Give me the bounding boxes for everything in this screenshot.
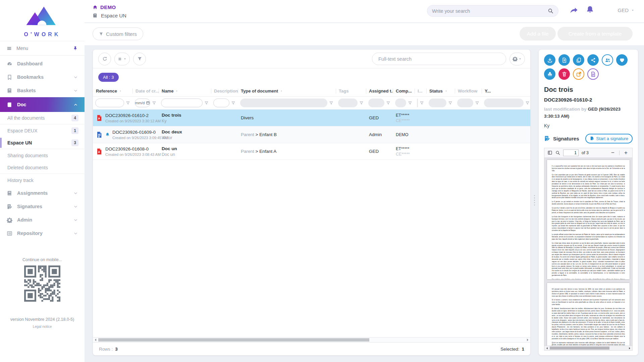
column-header-type-of-document[interactable]: Type of document — [238, 88, 336, 94]
sidebar-item-deleted-documents[interactable]: Deleted documents — [0, 162, 85, 174]
pdf-horizontal-scrollbar[interactable] — [544, 346, 632, 350]
menu-header[interactable]: Menu — [0, 41, 85, 56]
scrollbar-thumb[interactable] — [98, 338, 369, 342]
share-icon[interactable] — [570, 6, 578, 15]
sidebar-item-baskets[interactable]: Baskets — [0, 84, 85, 97]
filter-input-description[interactable] — [213, 99, 229, 107]
breadcrumb-space[interactable]: Espace UN — [93, 13, 126, 18]
columns-button[interactable] — [114, 53, 130, 65]
panel-resize-handle[interactable] — [533, 195, 535, 205]
scroll-right-icon[interactable] — [526, 338, 530, 342]
column-header-reference[interactable]: Reference — [93, 88, 132, 94]
users-button[interactable] — [602, 54, 613, 66]
funnel-outline-icon[interactable] — [475, 101, 479, 105]
page-number-input[interactable] — [563, 149, 579, 156]
document-subtitle: Ky — [544, 123, 633, 128]
sidebar-item-espace-un[interactable]: Espace UN3 — [0, 137, 85, 149]
column-header-y[interactable]: Y... — [482, 88, 530, 94]
sidebar-item-admin[interactable]: Admin — [0, 213, 85, 227]
scroll-left-icon[interactable] — [545, 347, 549, 350]
sidebar-item-doc[interactable]: Doc — [0, 97, 85, 112]
share-nodes-button[interactable] — [587, 54, 599, 66]
search-icon[interactable] — [548, 8, 553, 14]
funnel-outline-icon[interactable] — [126, 101, 130, 105]
column-header-status[interactable]: Status — [426, 88, 455, 94]
document-reference: DOC230926-01610-2 — [544, 97, 633, 103]
column-header-comp[interactable]: Comp... — [393, 88, 415, 94]
column-header-i[interactable]: I... — [415, 88, 426, 94]
sidebar-item-signatures[interactable]: Signatures — [0, 200, 85, 213]
create-from-template-button[interactable]: Create from a template — [557, 27, 633, 41]
stamp-button[interactable] — [544, 68, 555, 80]
sidebar-item-espace-deux[interactable]: Espace DEUX1 — [0, 124, 85, 137]
name-cell: Doc deuxVictor — [159, 129, 211, 140]
sidebar-item-assignments[interactable]: Assignments — [0, 186, 85, 200]
column-header-date-of-cr[interactable]: Date of cr... — [132, 88, 159, 94]
download-button[interactable] — [544, 54, 555, 66]
top-bar: DEMO Espace UN GED — [85, 0, 644, 23]
start-signature-button[interactable]: Start a signature — [585, 134, 633, 143]
user-menu[interactable]: GED — [618, 7, 635, 13]
funnel-outline-icon[interactable] — [231, 101, 235, 105]
stamp-icon — [547, 71, 553, 77]
sidebar-toggle-icon[interactable] — [547, 150, 552, 155]
table-row[interactable]: DOC230926-01610-2Created on 9/26/2023 3:… — [93, 110, 530, 126]
table-row[interactable]: DOC230926-01608-0Created on 9/26/2023 3:… — [93, 143, 530, 160]
trash-button[interactable] — [558, 68, 570, 80]
all-count-chip[interactable]: All : 3 — [98, 73, 119, 82]
table-row[interactable]: DOC230926-01609-0Created on 9/26/2023 3:… — [93, 126, 530, 143]
funnel-outline-icon[interactable] — [329, 101, 333, 105]
funnel-outline-icon[interactable] — [152, 101, 156, 105]
copy-button[interactable] — [573, 54, 584, 66]
funnel-outline-icon[interactable] — [420, 101, 424, 105]
filter-date-date-of-cr[interactable]: mm/d — [135, 99, 150, 107]
count-badge: 3 — [71, 139, 78, 146]
sidebar-item-dashboard[interactable]: Dashboard — [0, 57, 85, 70]
funnel-outline-icon[interactable] — [359, 101, 364, 105]
scroll-right-icon[interactable] — [628, 347, 631, 350]
menu-icon[interactable] — [7, 46, 12, 51]
funnel-outline-icon[interactable] — [408, 101, 412, 105]
add-file-button[interactable]: Add a file — [520, 27, 556, 41]
chevron-down-icon — [73, 75, 78, 79]
sidebar-item-all-the-documents[interactable]: All the documents4 — [0, 112, 85, 124]
filter-input-reference[interactable] — [95, 99, 124, 107]
filter-input-name[interactable] — [161, 99, 203, 107]
document-button[interactable] — [587, 68, 599, 80]
pdf-pages[interactable]: Il y a aujourd'hui trois cent quarante-h… — [544, 158, 632, 346]
zoom-out-button[interactable]: − — [609, 150, 616, 156]
column-header-description[interactable]: Description — [211, 88, 238, 94]
filter-button[interactable] — [133, 53, 146, 65]
funnel-outline-icon[interactable] — [204, 101, 209, 105]
funnel-outline-icon[interactable] — [386, 101, 390, 105]
column-header-workflow[interactable]: Workflow — [455, 88, 482, 94]
home-icon — [93, 5, 98, 10]
refresh-button[interactable] — [98, 53, 111, 65]
scroll-left-icon[interactable] — [94, 338, 98, 342]
column-header-assigned-t[interactable]: Assigned t... — [366, 88, 393, 94]
sidebar-item-sharing-documents[interactable]: Sharing documents — [0, 149, 85, 162]
bell-icon[interactable] — [586, 5, 594, 14]
table-settings-button[interactable] — [509, 53, 525, 65]
legal-notice-link[interactable]: Legal notice — [33, 324, 52, 328]
pin-icon[interactable] — [73, 46, 78, 51]
sidebar-item-history-track[interactable]: History track — [0, 174, 85, 186]
custom-filters-button[interactable]: Custom filters — [93, 27, 143, 40]
search-icon[interactable] — [555, 150, 560, 155]
funnel-outline-icon[interactable] — [525, 101, 530, 105]
external-link-button[interactable] — [573, 68, 584, 80]
zoom-in-button[interactable]: + — [623, 150, 629, 156]
pdf-scrollbar-thumb[interactable] — [550, 347, 609, 350]
breadcrumb-workspace[interactable]: DEMO — [93, 4, 116, 10]
global-search-input[interactable] — [432, 8, 548, 14]
fulltext-search-input[interactable] — [372, 53, 506, 65]
file-import-button[interactable] — [558, 54, 570, 66]
column-header-name[interactable]: Name — [159, 88, 211, 94]
horizontal-scrollbar[interactable] — [93, 337, 530, 343]
document-title: Doc trois — [544, 86, 633, 94]
column-header-tags[interactable]: Tags — [336, 88, 366, 94]
sidebar-item-bookmarks[interactable]: Bookmarks — [0, 70, 85, 84]
heart-button[interactable] — [616, 54, 628, 66]
sidebar-item-repository[interactable]: Repository — [0, 227, 85, 240]
funnel-outline-icon[interactable] — [448, 101, 452, 105]
